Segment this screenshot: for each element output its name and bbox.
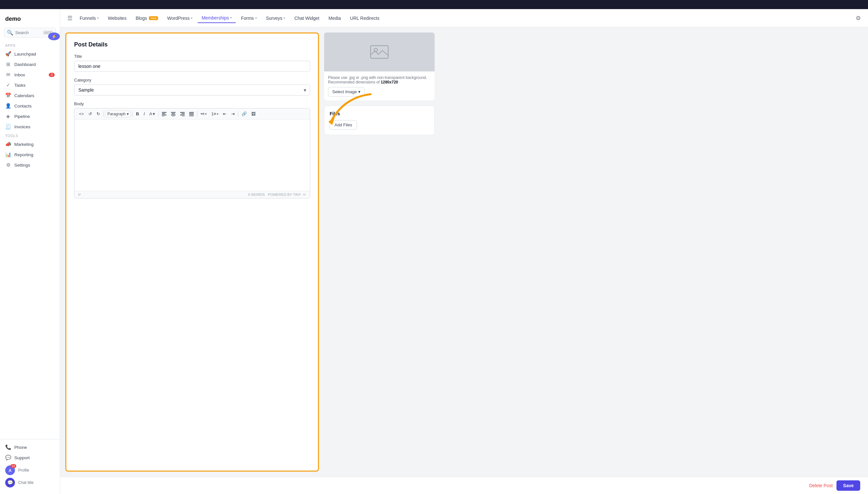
text-color-btn[interactable]: A ▾ [147,110,157,117]
sidebar-item-invoices[interactable]: 🧾 Invoices [0,121,60,132]
editor-stats: 0 WORDS POWERED BY TINY ✏ [248,193,306,197]
editor-body[interactable] [74,119,310,191]
numbered-list-btn[interactable]: 1≡ ▾ [210,110,220,117]
svg-rect-8 [180,112,185,113]
svg-rect-2 [162,115,166,115]
nav-funnels[interactable]: Funnels ▾ [76,14,103,23]
sidebar-item-label: Contacts [14,103,32,109]
sidebar-item-label: Settings [14,163,30,168]
chevron-down-icon: ▾ [255,16,257,20]
top-bar [0,0,868,9]
launchpad-icon: 🚀 [5,51,11,57]
svg-rect-12 [189,112,194,113]
code-btn[interactable]: <> [77,110,86,117]
title-label: Title [74,54,310,59]
sidebar-item-support[interactable]: 💬 Support [0,452,60,463]
nav-websites[interactable]: Websites [104,14,130,23]
toolbar-separator [158,111,159,117]
delete-post-button[interactable]: Delete Post [809,483,833,488]
svg-rect-14 [189,115,194,115]
category-label: Category [74,78,310,82]
svg-rect-11 [182,116,185,116]
undo-btn[interactable]: ↺ [87,110,94,117]
profile-label: Profile [18,468,29,473]
outdent-btn[interactable]: ⇤ [221,110,229,117]
sidebar-item-label: Phone [14,445,27,450]
sidebar-item-marketing[interactable]: 📣 Marketing [0,139,60,149]
sidebar-item-settings[interactable]: ⚙ Settings [0,160,60,170]
justify-btn[interactable] [187,111,196,117]
sidebar-item-calendars[interactable]: 📅 Calendars [0,90,60,101]
sidebar-item-pipeline[interactable]: ◈ Pipeline [0,111,60,121]
editor-footer: P 0 WORDS POWERED BY TINY ✏ [74,191,310,198]
bold-btn[interactable]: B [134,110,141,117]
svg-rect-7 [172,116,175,116]
sidebar-item-label: Launchpad [14,52,36,57]
redo-btn[interactable]: ↻ [95,110,102,117]
nav-media[interactable]: Media [325,14,345,23]
sidebar-item-label: Marketing [14,142,34,147]
nav-forms[interactable]: Forms ▾ [237,14,261,23]
bullet-list-btn[interactable]: •≡ ▾ [199,110,209,117]
chat-widget-button[interactable]: 💬 [5,478,15,488]
link-btn[interactable]: 🔗 [240,110,249,117]
sidebar-item-tasks[interactable]: ✓ Tasks [0,80,60,90]
search-icon: 🔍 [7,30,13,36]
page-body: Post Details Title Category Sample Uncat… [60,27,868,477]
nav-chat-widget[interactable]: Chat Widget [290,14,323,23]
chevron-down-icon: ▾ [217,112,218,116]
nav-wordpress[interactable]: WordPress ▾ [163,14,196,23]
select-image-label: Select Image [332,89,357,94]
svg-rect-6 [171,115,176,115]
sidebar-item-phone[interactable]: 📞 Phone [0,442,60,452]
svg-rect-9 [181,113,185,114]
sidebar: demo 🔍 Search ctrl K ⚡ Apps 🚀 Launchpad … [0,9,60,494]
title-input[interactable] [74,61,310,72]
align-center-btn[interactable] [169,111,178,117]
files-card: Files Add Files [324,106,435,135]
image-placeholder [324,33,435,72]
sidebar-item-inbox[interactable]: ✉ Inbox 0 [0,70,60,80]
sidebar-item-label: Reporting [14,152,34,157]
sidebar-item-reporting[interactable]: 📊 Reporting [0,149,60,160]
tools-section-label: Tools [0,132,60,139]
italic-btn[interactable]: I [142,110,147,117]
editor-wrap: <> ↺ ↻ Paragraph ▾ B I [74,108,310,198]
settings-gear-icon[interactable]: ⚙ [854,13,863,24]
support-icon: 💬 [5,455,11,460]
sidebar-item-label: Pipeline [14,114,30,119]
nav-memberships[interactable]: Memberships ▾ [198,13,236,23]
align-right-btn[interactable] [178,111,186,117]
svg-rect-3 [162,116,164,116]
align-left-btn[interactable] [160,111,168,117]
sidebar-item-label: Inbox [14,72,25,77]
files-title: Files [330,111,429,116]
indent-btn[interactable]: ⇥ [229,110,237,117]
paragraph-select[interactable]: Paragraph ▾ [105,111,131,117]
sidebar-item-label: Support [14,455,30,460]
calendars-icon: 📅 [5,93,11,98]
save-button[interactable]: Save [836,480,860,491]
image-insert-btn[interactable]: 🖼 [249,110,257,117]
sidebar-item-contacts[interactable]: 👤 Contacts [0,101,60,111]
select-image-button[interactable]: Select Image ▾ [328,87,365,96]
toolbar-separator [132,111,133,117]
nav-url-redirects[interactable]: URL Redirects [346,14,384,23]
apps-section-label: Apps [0,42,60,49]
chat-title: Chat title [18,480,34,485]
dashboard-icon: ⊞ [5,61,11,67]
settings-icon: ⚙ [5,162,11,168]
body-label: Body [74,101,310,106]
sidebar-item-dashboard[interactable]: ⊞ Dashboard [0,59,60,70]
category-select[interactable]: Sample Uncategorized [74,84,310,95]
chevron-down-icon: ▾ [284,16,285,20]
svg-rect-4 [171,112,176,113]
chevron-down-icon: ▾ [230,16,232,19]
nav-surveys[interactable]: Surveys ▾ [262,14,289,23]
nav-blogs[interactable]: Blogs New [132,14,162,23]
reporting-icon: 📊 [5,152,11,157]
post-details-card: Post Details Title Category Sample Uncat… [65,33,319,472]
hamburger-menu[interactable]: ☰ [65,13,74,24]
add-files-button[interactable]: Add Files [330,120,357,130]
sidebar-item-launchpad[interactable]: 🚀 Launchpad [0,49,60,59]
